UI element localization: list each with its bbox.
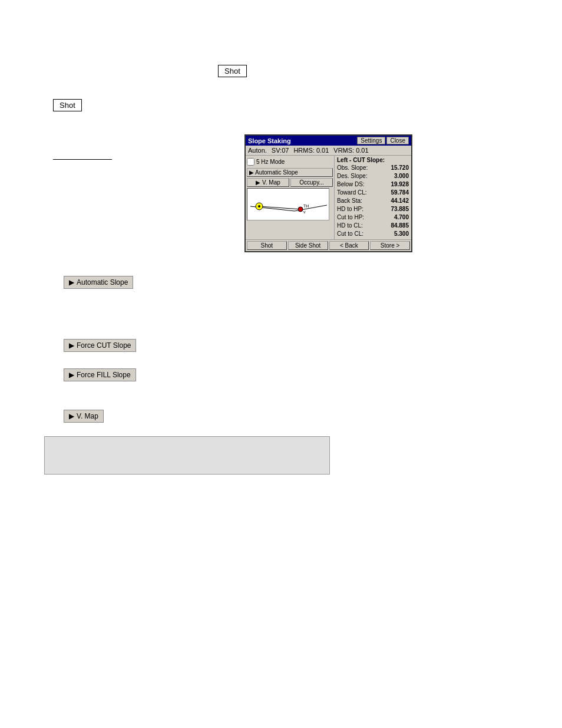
- vmap-occupy-row: ▶ V. Map Occupy...: [247, 178, 333, 187]
- section-title: Left - CUT Slope:: [337, 157, 409, 163]
- vmap-dialog-btn[interactable]: ▶ V. Map: [247, 178, 289, 187]
- status-hrms: HRMS: 0.01: [293, 147, 329, 154]
- info-box: [44, 436, 330, 475]
- store-btn[interactable]: Store >: [370, 241, 410, 250]
- force-fill-arrow: ▶: [69, 371, 74, 379]
- slope-staking-dialog: Slope Staking Settings Close Auton. SV:0…: [244, 134, 412, 252]
- cut-cl-value: 5.300: [382, 230, 409, 238]
- vmap-btn-arrow: ▶: [69, 412, 74, 420]
- dialog-body: 5 Hz Mode ▶ Automatic Slope ▶ V. Map Occ…: [246, 156, 411, 239]
- automatic-slope-button[interactable]: ▶ Automatic Slope: [64, 276, 133, 289]
- toward-cl-label: Toward CL:: [337, 189, 367, 197]
- slope-graphic: TH v: [247, 189, 329, 220]
- svg-text:v: v: [303, 210, 306, 214]
- svg-text:TH: TH: [303, 204, 309, 208]
- cut-hp-value: 4.700: [382, 213, 409, 222]
- side-shot-btn[interactable]: Side Shot: [288, 241, 328, 250]
- hd-hp-value: 73.885: [382, 205, 409, 213]
- dialog-left-panel: 5 Hz Mode ▶ Automatic Slope ▶ V. Map Occ…: [246, 156, 334, 239]
- back-sta-value: 44.142: [382, 197, 409, 205]
- shot-footer-btn[interactable]: Shot: [247, 241, 287, 250]
- hz-mode-checkbox[interactable]: [247, 158, 254, 166]
- svg-point-4: [258, 205, 260, 207]
- des-slope-row: Des. Slope: 3.000: [337, 172, 409, 180]
- shot-button-top[interactable]: Shot: [218, 65, 247, 77]
- below-ds-label: Below DS:: [337, 180, 365, 189]
- cut-cl-label: Cut to CL:: [337, 230, 363, 238]
- shot-label: Shot: [53, 99, 82, 111]
- back-sta-row: Back Sta: 44.142: [337, 197, 409, 205]
- settings-button[interactable]: Settings: [357, 137, 385, 144]
- svg-point-5: [298, 207, 303, 212]
- below-ds-row: Below DS: 19.928: [337, 180, 409, 189]
- hz-mode-row: 5 Hz Mode: [247, 157, 333, 167]
- obs-slope-value: 15.720: [382, 164, 409, 172]
- vmap-arrow-icon: ▶: [256, 179, 260, 186]
- cut-cl-row: Cut to CL: 5.300: [337, 230, 409, 238]
- force-cut-arrow: ▶: [69, 341, 74, 350]
- separator-line: [53, 159, 112, 160]
- force-fill-slope-button[interactable]: ▶ Force FILL Slope: [64, 368, 136, 381]
- des-slope-value: 3.000: [382, 172, 409, 180]
- status-vrms: VRMS: 0.01: [333, 147, 368, 154]
- hd-cl-value: 84.885: [382, 222, 409, 230]
- cut-hp-row: Cut to HP: 4.700: [337, 213, 409, 222]
- auto-slope-arrow-icon: ▶: [249, 169, 254, 176]
- occupy-btn[interactable]: Occupy...: [290, 178, 333, 187]
- force-cut-slope-button[interactable]: ▶ Force CUT Slope: [64, 339, 136, 352]
- vmap-btn-label: V. Map: [77, 412, 98, 420]
- hd-hp-row: HD to HP: 73.885: [337, 205, 409, 213]
- auto-slope-btn-label: Automatic Slope: [77, 278, 128, 286]
- vmap-button[interactable]: ▶ V. Map: [64, 410, 104, 423]
- obs-slope-row: Obs. Slope: 15.720: [337, 164, 409, 172]
- status-sv: SV:07: [272, 147, 289, 154]
- hd-cl-row: HD to CL: 84.885: [337, 222, 409, 230]
- dialog-titlebar: Slope Staking Settings Close: [246, 136, 411, 146]
- hd-hp-label: HD to HP:: [337, 205, 363, 213]
- force-cut-label: Force CUT Slope: [77, 341, 131, 350]
- vmap-label: V. Map: [262, 179, 280, 186]
- toward-cl-row: Toward CL: 59.784: [337, 189, 409, 197]
- hz-mode-label: 5 Hz Mode: [256, 159, 285, 165]
- toward-cl-value: 59.784: [382, 189, 409, 197]
- graphic-display: TH v: [247, 188, 329, 220]
- dialog-title-buttons: Settings Close: [357, 137, 409, 144]
- below-ds-value: 19.928: [382, 180, 409, 189]
- cut-hp-label: Cut to HP:: [337, 213, 364, 222]
- hd-cl-label: HD to CL:: [337, 222, 363, 230]
- dialog-status-row: Auton. SV:07 HRMS: 0.01 VRMS: 0.01: [246, 146, 411, 156]
- force-fill-label: Force FILL Slope: [77, 371, 131, 379]
- dialog-right-panel: Left - CUT Slope: Obs. Slope: 15.720 Des…: [334, 156, 411, 239]
- status-auton: Auton.: [248, 147, 267, 154]
- back-sta-label: Back Sta:: [337, 197, 362, 205]
- auto-slope-dialog-btn[interactable]: ▶ Automatic Slope: [247, 168, 333, 177]
- obs-slope-label: Obs. Slope:: [337, 164, 368, 172]
- auto-slope-btn-arrow: ▶: [69, 278, 74, 286]
- dialog-title: Slope Staking: [248, 137, 291, 144]
- close-button[interactable]: Close: [386, 137, 409, 144]
- auto-slope-label: Automatic Slope: [255, 169, 298, 176]
- back-btn[interactable]: < Back: [329, 241, 369, 250]
- des-slope-label: Des. Slope:: [337, 172, 368, 180]
- dialog-footer: Shot Side Shot < Back Store >: [246, 239, 411, 251]
